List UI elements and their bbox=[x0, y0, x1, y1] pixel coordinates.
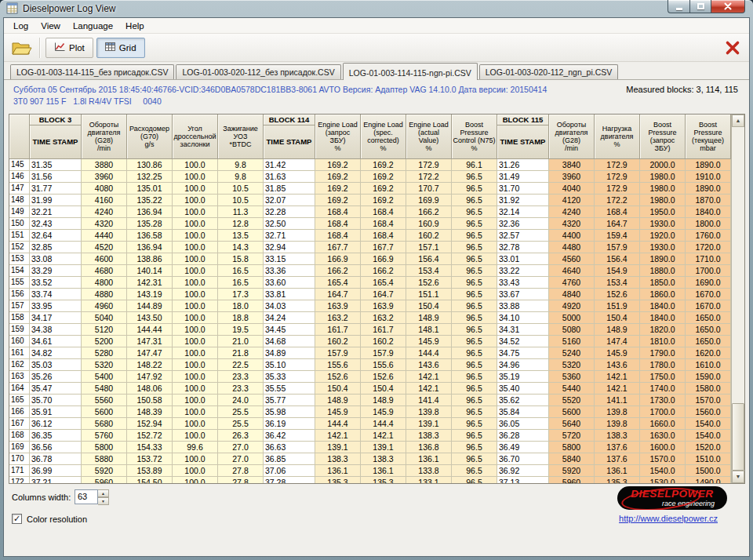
website-link[interactable]: http://www.dieselpower.cz bbox=[619, 514, 718, 523]
scroll-up-button[interactable] bbox=[732, 115, 744, 127]
cell: 5640 bbox=[549, 418, 595, 430]
cell: 36.92 bbox=[497, 465, 549, 477]
color-resolution-row: Color resolution bbox=[12, 514, 87, 524]
cell: 23.3 bbox=[218, 371, 264, 383]
cell: 4480 bbox=[549, 242, 595, 253]
table-row[interactable]: 14831.994160135.22100.010.532.07169.2169… bbox=[9, 195, 731, 206]
row-number: 163 bbox=[9, 371, 30, 383]
table-row[interactable]: 16635.915600148.39100.025.535.98145.9145… bbox=[9, 406, 731, 418]
table-row[interactable]: 14531.353880130.86100.09.831.42169.2169.… bbox=[9, 159, 731, 171]
table-row[interactable]: 17036.785880153.72100.027.036.85138.3138… bbox=[9, 453, 731, 465]
cell: 172.2 bbox=[595, 195, 640, 206]
table-row[interactable]: 16134.825280147.47100.021.834.89157.9157… bbox=[9, 347, 731, 359]
spin-up-button[interactable] bbox=[98, 489, 109, 497]
table-row[interactable]: 15934.385120144.44100.019.534.45161.7161… bbox=[9, 324, 731, 336]
table-row[interactable]: 14932.214240136.94100.011.332.28168.4168… bbox=[9, 206, 731, 218]
scroll-down-button[interactable] bbox=[732, 471, 744, 483]
vertical-scrollbar[interactable] bbox=[731, 115, 744, 483]
cell: 155.6 bbox=[315, 359, 361, 371]
cell: 9.8 bbox=[218, 171, 264, 183]
table-row[interactable]: 14631.563960132.25100.09.831.63169.2169.… bbox=[9, 171, 731, 183]
maximize-button[interactable] bbox=[689, 0, 711, 13]
cell: 96.5 bbox=[452, 195, 497, 206]
table-row[interactable]: 15733.954960144.89100.018.034.03163.9163… bbox=[9, 300, 731, 312]
table-row[interactable]: 16034.615200147.31100.021.034.68160.2160… bbox=[9, 336, 731, 347]
cell: 5760 bbox=[82, 430, 127, 442]
cell: 27.8 bbox=[218, 477, 264, 483]
open-file-button[interactable] bbox=[9, 37, 35, 59]
table-row[interactable]: 17136.995920153.89100.027.837.06136.1136… bbox=[9, 465, 731, 477]
table-row[interactable]: 16235.035320148.22100.022.535.10155.6155… bbox=[9, 359, 731, 371]
menu-item-help[interactable]: Help bbox=[119, 20, 151, 32]
table-row[interactable]: 16335.265400147.92100.023.335.33152.6152… bbox=[9, 371, 731, 383]
cell: 1810.0 bbox=[640, 336, 686, 347]
table-row[interactable]: 15834.175040143.50100.018.834.24163.2163… bbox=[9, 312, 731, 324]
table-row[interactable]: 15533.524800142.31100.016.533.60165.4165… bbox=[9, 277, 731, 289]
table-row[interactable]: 15032.434320135.28100.012.832.50168.4168… bbox=[9, 218, 731, 230]
table-row[interactable]: 16535.705560150.58100.024.035.77148.9148… bbox=[9, 395, 731, 406]
cell: 1670.0 bbox=[686, 289, 731, 300]
cell: 1660.0 bbox=[640, 418, 686, 430]
cell: 96.5 bbox=[452, 253, 497, 265]
cell: 136.1 bbox=[361, 465, 406, 477]
cell: 4120 bbox=[549, 195, 595, 206]
table-row[interactable]: 16736.125680152.94100.025.536.19144.4144… bbox=[9, 418, 731, 430]
column-header-text: Engine Load (spec. corrected) % bbox=[361, 115, 406, 158]
cell: 172.9 bbox=[595, 183, 640, 195]
cell: 24.0 bbox=[218, 395, 264, 406]
cell: 166.2 bbox=[361, 265, 406, 277]
cell: 33.67 bbox=[497, 289, 549, 300]
tab-1[interactable]: LOG-01-003-114-115_без присадок.CSV bbox=[10, 64, 174, 79]
menu-item-log[interactable]: Log bbox=[7, 20, 35, 32]
menu-item-language[interactable]: Language bbox=[67, 20, 119, 32]
cell: 165.4 bbox=[361, 277, 406, 289]
tab-2[interactable]: LOG-01-003-020-112_без присадок.CSV bbox=[176, 64, 340, 79]
table-row[interactable]: 17237.215960154.50100.027.837.28135.3135… bbox=[9, 477, 731, 483]
table-row[interactable]: 16836.355760152.72100.026.336.42142.1142… bbox=[9, 430, 731, 442]
tab-4[interactable]: LOG-01-003-020-112_ngn_pi.CSV bbox=[479, 64, 619, 79]
minimize-button[interactable] bbox=[668, 0, 689, 13]
table-row[interactable]: 15232.854520136.94100.014.332.94167.7167… bbox=[9, 242, 731, 253]
tab-3[interactable]: LOG-01-003-114-115-ngn-pi.CSV bbox=[343, 63, 478, 80]
spin-down-button[interactable] bbox=[98, 497, 109, 505]
table-row[interactable]: 15132.644440136.58100.013.532.71168.4168… bbox=[9, 230, 731, 242]
table-row[interactable]: 16435.475480148.06100.023.335.55150.4150… bbox=[9, 383, 731, 395]
cell: 142.1 bbox=[406, 383, 452, 395]
cell: 151.1 bbox=[406, 289, 452, 300]
cell: 1510.0 bbox=[686, 453, 731, 465]
columns-width-input[interactable]: 63 bbox=[75, 489, 98, 504]
cell: 160.2 bbox=[361, 336, 406, 347]
cell: 9.8 bbox=[218, 159, 264, 171]
cell: 166.2 bbox=[315, 265, 361, 277]
cell: 157.9 bbox=[315, 347, 361, 359]
close-window-button[interactable] bbox=[711, 0, 745, 13]
table-row[interactable]: 15433.294680140.14100.016.533.36166.2166… bbox=[9, 265, 731, 277]
cell: 144.4 bbox=[406, 347, 452, 359]
plot-button[interactable]: Plot bbox=[45, 38, 93, 58]
cell: 1570.0 bbox=[686, 395, 731, 406]
cell: 36.28 bbox=[497, 430, 549, 442]
cell: 169.9 bbox=[406, 195, 452, 206]
table-row[interactable]: 15633.744880143.19100.017.333.81164.7164… bbox=[9, 289, 731, 300]
row-number: 157 bbox=[9, 300, 30, 312]
menu-item-view[interactable]: View bbox=[35, 20, 67, 32]
row-number: 151 bbox=[9, 230, 30, 242]
color-resolution-checkbox[interactable] bbox=[12, 514, 22, 524]
cell: 27.0 bbox=[218, 453, 264, 465]
cell: 96.5 bbox=[452, 265, 497, 277]
cell: 5920 bbox=[549, 465, 595, 477]
cell: 1870.0 bbox=[686, 195, 731, 206]
column-header-text: Boost Pressure (запрос ЗБУ) bbox=[640, 115, 685, 158]
grid-button[interactable]: Grid bbox=[96, 38, 145, 58]
cell: 144.89 bbox=[127, 300, 173, 312]
table-row[interactable]: 16936.565800154.3399.627.036.63139.1139.… bbox=[9, 442, 731, 453]
cell: 142.1 bbox=[406, 371, 452, 383]
cell: 1850.0 bbox=[640, 277, 686, 289]
open-folder-icon bbox=[12, 40, 32, 56]
table-row[interactable]: 15333.084600138.86100.015.833.15166.9166… bbox=[9, 253, 731, 265]
table-row[interactable]: 14731.774080135.01100.010.531.85169.2169… bbox=[9, 183, 731, 195]
scrollbar-thumb[interactable] bbox=[732, 403, 744, 471]
close-log-button[interactable] bbox=[724, 39, 741, 56]
cell: 136.94 bbox=[127, 206, 173, 218]
cell: 5440 bbox=[549, 383, 595, 395]
